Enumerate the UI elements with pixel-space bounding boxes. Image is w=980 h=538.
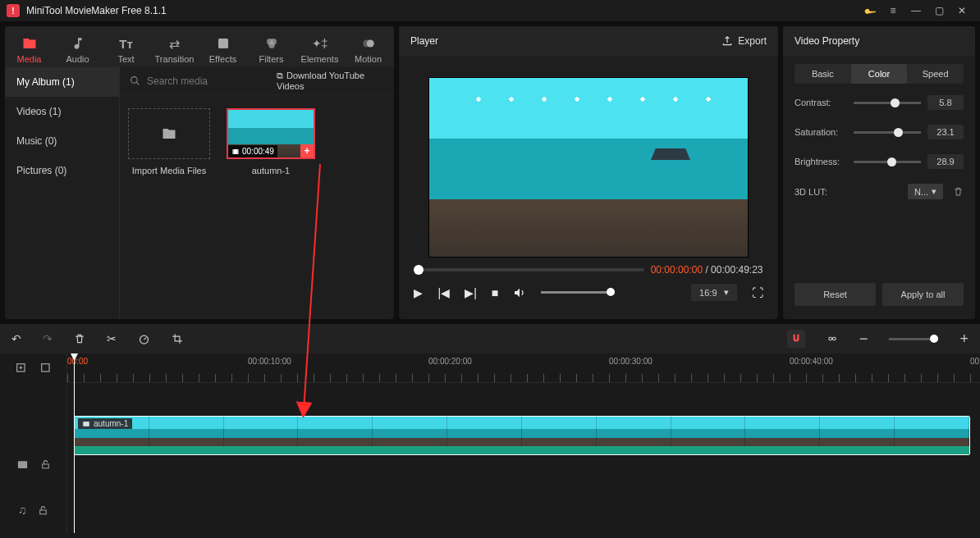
apply-all-button[interactable]: Apply to all bbox=[882, 283, 964, 306]
svg-rect-18 bbox=[40, 509, 47, 513]
audio-track-lock-icon[interactable] bbox=[38, 505, 48, 516]
speed-button[interactable] bbox=[138, 333, 150, 345]
video-property-title: Video Property bbox=[795, 35, 859, 47]
playback-progress[interactable] bbox=[414, 268, 643, 271]
zoom-in-button[interactable]: + bbox=[959, 331, 969, 348]
svg-rect-0 bbox=[218, 39, 228, 48]
brightness-value: 28.9 bbox=[927, 154, 964, 169]
prev-frame-button[interactable]: |◀ bbox=[437, 286, 450, 299]
volume-slider[interactable] bbox=[541, 291, 615, 294]
svg-point-3 bbox=[268, 43, 275, 49]
media-clip-thumbnail[interactable]: 00:00:49 + bbox=[227, 108, 315, 159]
video-track-lock-icon[interactable] bbox=[40, 459, 51, 470]
contrast-label: Contrast: bbox=[795, 98, 847, 107]
svg-line-7 bbox=[136, 82, 139, 84]
video-track-icon bbox=[16, 458, 29, 471]
contrast-slider[interactable] bbox=[854, 102, 921, 104]
svg-rect-12 bbox=[829, 337, 832, 340]
tool-tab-motion[interactable]: Motion bbox=[344, 31, 392, 64]
import-media-button[interactable] bbox=[128, 108, 210, 159]
split-button[interactable]: ✂ bbox=[107, 332, 117, 345]
property-tab-color[interactable]: Color bbox=[851, 64, 908, 84]
add-track-button[interactable] bbox=[15, 362, 28, 375]
menu-icon[interactable]: ≡ bbox=[882, 0, 904, 21]
tool-tab-effects[interactable]: Effects bbox=[199, 31, 247, 64]
svg-rect-9 bbox=[232, 149, 233, 154]
timeline-clip-label: autumn-1 bbox=[78, 418, 132, 429]
aspect-ratio-select[interactable]: 16:9▾ bbox=[691, 284, 736, 301]
delete-button[interactable] bbox=[74, 333, 85, 344]
export-button[interactable]: Export bbox=[721, 35, 767, 47]
saturation-slider[interactable] bbox=[854, 131, 921, 134]
property-tab-basic[interactable]: Basic bbox=[795, 64, 851, 84]
zoom-slider[interactable] bbox=[889, 338, 938, 340]
playback-time: 00:00:00:00 / 00:00:49:23 bbox=[651, 264, 763, 276]
link-icon[interactable] bbox=[827, 333, 838, 344]
minimize-icon[interactable]: ― bbox=[904, 0, 927, 21]
tool-tab-elements[interactable]: ✦‡Elements bbox=[295, 31, 344, 64]
brightness-label: Brightness: bbox=[795, 157, 847, 166]
svg-point-5 bbox=[363, 40, 370, 48]
property-tab-speed[interactable]: Speed bbox=[907, 64, 964, 84]
sidebar-item[interactable]: My Album (1) bbox=[5, 67, 119, 97]
crop-button[interactable] bbox=[172, 333, 183, 344]
ruler-mark: 00:00 bbox=[67, 357, 88, 366]
undo-button[interactable]: ↶ bbox=[11, 332, 21, 345]
svg-point-6 bbox=[131, 77, 138, 84]
video-property-panel: Video Property BasicColorSpeed Contrast:… bbox=[783, 26, 975, 319]
timeline: ↶ ↷ ✂ − + bbox=[0, 324, 980, 533]
tool-tab-transition[interactable]: ⇄Transition bbox=[150, 31, 199, 64]
svg-rect-13 bbox=[833, 337, 836, 340]
tool-tab-media[interactable]: Media bbox=[5, 31, 53, 64]
ruler-mark: 00:00:20:00 bbox=[428, 357, 472, 366]
player-title: Player bbox=[410, 35, 438, 47]
import-media-label: Import Media Files bbox=[128, 166, 210, 176]
playhead[interactable] bbox=[74, 353, 75, 533]
sidebar-item[interactable]: Pictures (0) bbox=[5, 156, 119, 185]
fullscreen-button[interactable]: ⛶ bbox=[752, 286, 763, 299]
next-frame-button[interactable]: ▶| bbox=[465, 286, 477, 299]
media-panel: MediaAudioTтText⇄TransitionEffectsFilter… bbox=[5, 26, 394, 319]
collapse-track-button[interactable] bbox=[39, 362, 53, 375]
close-icon[interactable]: ✕ bbox=[950, 0, 973, 21]
tool-tab-filters[interactable]: Filters bbox=[247, 31, 295, 64]
svg-rect-19 bbox=[83, 422, 89, 426]
add-clip-button[interactable]: + bbox=[300, 144, 314, 157]
brightness-slider[interactable] bbox=[854, 161, 921, 163]
clip-name-label: autumn-1 bbox=[227, 166, 315, 176]
app-title: MiniTool MovieMaker Free 8.1.1 bbox=[26, 5, 167, 16]
tool-tab-text[interactable]: TтText bbox=[102, 31, 150, 64]
maximize-icon[interactable]: ▢ bbox=[927, 0, 950, 21]
volume-icon[interactable] bbox=[513, 286, 526, 299]
lut-label: 3D LUT: bbox=[795, 187, 847, 197]
lut-delete-icon[interactable] bbox=[953, 186, 964, 197]
search-input[interactable] bbox=[147, 75, 270, 87]
lut-select[interactable]: N...▾ bbox=[908, 184, 943, 199]
upgrade-key-icon[interactable] bbox=[859, 0, 882, 21]
clip-duration-badge: 00:00:49 bbox=[228, 145, 277, 157]
svg-rect-16 bbox=[17, 461, 26, 468]
search-icon bbox=[130, 75, 140, 86]
sidebar-item[interactable]: Music (0) bbox=[5, 126, 119, 156]
sidebar-item[interactable]: Videos (1) bbox=[5, 97, 119, 126]
ruler-mark: 00:00:40:00 bbox=[790, 357, 833, 366]
tool-tab-audio[interactable]: Audio bbox=[53, 31, 102, 64]
audio-track-icon: ♫ bbox=[18, 504, 27, 517]
stop-button[interactable]: ■ bbox=[492, 286, 498, 299]
magnet-icon[interactable] bbox=[787, 330, 805, 348]
redo-button[interactable]: ↷ bbox=[43, 332, 53, 345]
video-preview[interactable] bbox=[428, 77, 749, 258]
download-youtube-button[interactable]: ⧉Download YouTube Videos bbox=[277, 71, 384, 91]
saturation-label: Saturation: bbox=[795, 127, 847, 137]
svg-rect-15 bbox=[41, 364, 48, 372]
player-panel: Player Export 00:00:00:00 / 00:00:49:23 … bbox=[399, 26, 778, 319]
app-icon: ! bbox=[7, 4, 20, 17]
ruler-mark: 00:00:30:00 bbox=[609, 357, 653, 366]
timeline-clip[interactable]: autumn-1 bbox=[74, 416, 970, 455]
reset-button[interactable]: Reset bbox=[795, 283, 876, 306]
zoom-out-button[interactable]: − bbox=[859, 331, 868, 348]
ruler-mark: 00:00:10:00 bbox=[248, 357, 291, 366]
play-button[interactable]: ▶ bbox=[414, 286, 423, 299]
timeline-ruler[interactable]: 00:0000:00:10:0000:00:20:0000:00:30:0000… bbox=[67, 353, 980, 383]
svg-rect-10 bbox=[238, 149, 239, 154]
